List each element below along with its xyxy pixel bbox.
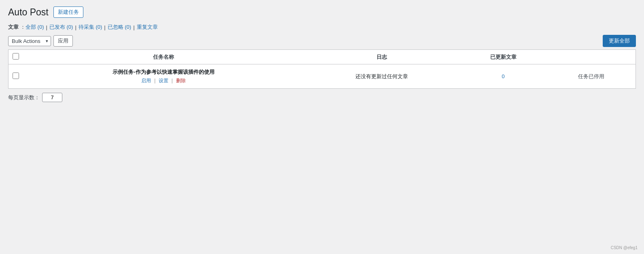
filter-all[interactable]: 全部 (0) [26, 23, 44, 31]
action-sep-1: | [154, 77, 157, 83]
th-task-name: 任务名称 [23, 50, 304, 64]
sep-1: | [46, 24, 47, 30]
task-name-text: 示例任务-作为参考以快速掌握该插件的使用 [27, 68, 300, 76]
filter-published[interactable]: 已发布 (0) [49, 23, 73, 31]
watermark: CSDN @efeg1 [611, 245, 638, 250]
tablenav-bottom: 每页显示数： [8, 93, 636, 102]
new-task-button[interactable]: 新建任务 [53, 6, 83, 18]
filter-bar: 文章 ： 全部 (0) | 已发布 (0) | 待采集 (0) | 已忽略 (0… [8, 23, 636, 31]
th-status [547, 50, 636, 64]
th-checkbox [9, 50, 23, 64]
per-page-label: 每页显示数： [8, 94, 40, 101]
filter-bar-label: 文章 [8, 23, 19, 31]
task-delete-link[interactable]: 删除 [176, 78, 186, 83]
task-enable-link[interactable]: 启用 [141, 78, 151, 83]
row-updated-count-cell: 0 [459, 64, 547, 89]
tablenav-left: Bulk Actions 应用 [8, 35, 73, 47]
update-all-button[interactable]: 更新全部 [603, 35, 636, 47]
table-row: 示例任务-作为参考以快速掌握该插件的使用 启用 | 设置 | 删除 还没有更新过… [9, 64, 636, 89]
sep-4: | [133, 24, 134, 30]
sep-3: | [104, 24, 105, 30]
bulk-actions-wrap: Bulk Actions [8, 36, 51, 46]
per-page-input[interactable] [42, 93, 62, 102]
filter-ignored[interactable]: 已忽略 (0) [108, 23, 132, 31]
action-sep-2: | [172, 77, 174, 83]
filter-duplicates[interactable]: 重复文章 [137, 23, 158, 31]
tablenav-top: Bulk Actions 应用 更新全部 [8, 35, 636, 47]
page-title: Auto Post [8, 7, 49, 18]
sep-2: | [75, 24, 76, 30]
row-log-cell: 还没有更新过任何文章 [304, 64, 459, 89]
filter-bar-colon: ： [20, 23, 26, 31]
select-all-checkbox[interactable] [13, 53, 19, 60]
th-updated: 已更新文章 [459, 50, 547, 64]
row-checkbox-cell [9, 64, 23, 89]
bulk-actions-select[interactable]: Bulk Actions [8, 36, 51, 46]
row-checkbox[interactable] [13, 73, 19, 79]
row-status-cell: 任务已停用 [547, 64, 636, 89]
task-settings-link[interactable]: 设置 [159, 78, 168, 83]
apply-button[interactable]: 应用 [53, 35, 73, 47]
tasks-table: 任务名称 日志 已更新文章 示例任务-作为参考以快速掌握该插件的使用 启用 | … [8, 49, 636, 89]
row-task-name-cell: 示例任务-作为参考以快速掌握该插件的使用 启用 | 设置 | 删除 [23, 64, 304, 89]
th-log: 日志 [304, 50, 459, 64]
task-actions: 启用 | 设置 | 删除 [27, 77, 300, 84]
filter-pending[interactable]: 待采集 (0) [79, 23, 102, 31]
